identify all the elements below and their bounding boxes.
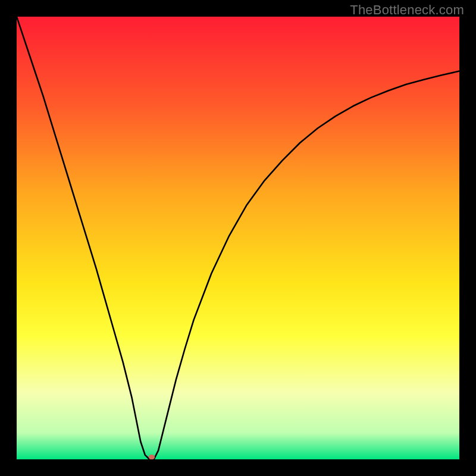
gradient-background — [17, 17, 459, 459]
chart-svg — [17, 17, 459, 459]
watermark-text: TheBottleneck.com — [350, 2, 464, 18]
plot-area — [17, 17, 459, 459]
chart-frame: TheBottleneck.com — [0, 0, 476, 476]
